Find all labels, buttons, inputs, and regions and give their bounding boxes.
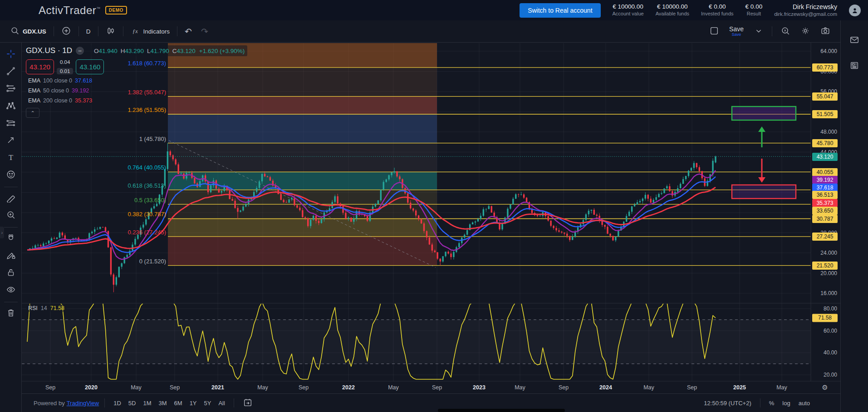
clock-label[interactable]: 12:50:59 (UTC+2) bbox=[701, 398, 754, 408]
percent-scale-button[interactable]: % bbox=[766, 398, 778, 408]
avatar[interactable] bbox=[849, 5, 861, 16]
target-box[interactable] bbox=[732, 107, 796, 120]
news-button[interactable] bbox=[847, 58, 862, 74]
activtrader-app: 1.618 (60.773)1.382 (55.047)1.236 (51.50… bbox=[0, 0, 868, 412]
settings-gear-icon bbox=[800, 26, 810, 37]
zoom-in-tool[interactable] bbox=[3, 208, 19, 224]
market-status-icon[interactable]: – bbox=[76, 47, 84, 55]
svg-text:2022: 2022 bbox=[342, 384, 355, 391]
undo-button[interactable]: ↶ bbox=[181, 25, 196, 38]
svg-text:May: May bbox=[776, 384, 787, 391]
news-icon bbox=[849, 60, 859, 72]
indicators-button[interactable]: ƒx Indicators bbox=[127, 24, 174, 39]
auto-scale-button[interactable]: auto bbox=[795, 398, 813, 408]
svg-text:May: May bbox=[257, 384, 268, 391]
svg-text:80.00: 80.00 bbox=[824, 305, 837, 312]
range-button-1d[interactable]: 1D bbox=[110, 398, 124, 408]
arrow-marker-tool[interactable] bbox=[3, 133, 19, 149]
crosshair-tool[interactable] bbox=[3, 47, 19, 63]
stop-box[interactable] bbox=[732, 185, 796, 199]
indicator-row-ema-50[interactable]: EMA50 close 039.192 bbox=[26, 87, 91, 94]
range-button-all[interactable]: All bbox=[215, 398, 228, 408]
flash-search-icon bbox=[780, 26, 790, 37]
save-menu-button[interactable] bbox=[750, 24, 767, 39]
hide-all-icon bbox=[6, 285, 16, 296]
rsi-settings-gear-icon[interactable]: ⚙ bbox=[822, 383, 828, 391]
indicators-label: Indicators bbox=[143, 28, 170, 35]
chart-style-button[interactable] bbox=[102, 24, 119, 39]
lock-all-icon bbox=[6, 267, 16, 279]
time-axis[interactable]: Sep2020MaySep2021MaySep2022MaySep2023May… bbox=[45, 384, 788, 391]
quick-search-button[interactable] bbox=[777, 24, 794, 39]
svg-text:May: May bbox=[388, 384, 399, 391]
sell-bid-button[interactable]: 43.120 bbox=[26, 59, 54, 74]
svg-text:2020: 2020 bbox=[85, 384, 98, 391]
range-button-6m[interactable]: 6M bbox=[171, 398, 186, 408]
range-button-1y[interactable]: 1Y bbox=[186, 398, 200, 408]
fib-retracement-tool[interactable] bbox=[3, 81, 19, 97]
svg-text:40.00: 40.00 bbox=[824, 349, 837, 356]
drawing-pencil-lock-tool[interactable] bbox=[3, 248, 19, 264]
range-button-5y[interactable]: 5Y bbox=[201, 398, 215, 408]
interval-button[interactable]: D bbox=[83, 26, 94, 37]
legend-symbol-title[interactable]: GDX.US · 1D bbox=[26, 46, 72, 55]
go-to-date-button[interactable] bbox=[240, 396, 256, 411]
snapshot-button[interactable] bbox=[817, 24, 834, 39]
tradingview-link[interactable]: TradingView bbox=[67, 400, 99, 407]
svg-text:0 (21.520): 0 (21.520) bbox=[139, 258, 166, 265]
hide-all-tool[interactable] bbox=[3, 282, 19, 299]
svg-text:Sep: Sep bbox=[170, 384, 180, 391]
bottom-scroll-pill[interactable] bbox=[438, 409, 565, 412]
indicator-row-ema-200[interactable]: EMA200 close 035.373 bbox=[26, 97, 94, 104]
trash-tool[interactable] bbox=[3, 305, 19, 322]
indicator-row-ema-100[interactable]: EMA100 close 037.618 bbox=[26, 77, 94, 84]
compare-add-button[interactable] bbox=[58, 24, 75, 39]
magnet-tool[interactable] bbox=[3, 231, 19, 247]
chart-legend: GDX.US · 1D – O41.940H43.290L41.790C43.1… bbox=[26, 45, 247, 118]
layout-button[interactable] bbox=[706, 24, 723, 39]
svg-text:May: May bbox=[131, 384, 142, 391]
svg-text:60.773: 60.773 bbox=[817, 64, 834, 71]
stat-value: € 10000.00 bbox=[657, 3, 688, 11]
mail-button[interactable] bbox=[847, 33, 862, 48]
text-tool-tool[interactable]: T bbox=[3, 150, 19, 166]
svg-text:0.5 (33.650): 0.5 (33.650) bbox=[134, 197, 166, 204]
trend-line-icon bbox=[6, 66, 16, 78]
svg-text:Sep: Sep bbox=[432, 384, 442, 391]
svg-text:2025: 2025 bbox=[733, 384, 746, 391]
save-button[interactable]: Save Save bbox=[726, 24, 747, 39]
svg-text:1 (45.780): 1 (45.780) bbox=[139, 136, 166, 142]
range-button-1m[interactable]: 1M bbox=[140, 398, 154, 408]
stat-label: Result bbox=[747, 11, 761, 17]
switch-to-real-account-button[interactable]: Switch to Real account bbox=[520, 3, 600, 18]
svg-text:30.787: 30.787 bbox=[817, 216, 834, 222]
user-block[interactable]: Dirk Friczewsky dirk.friczewsky@gmail.co… bbox=[774, 3, 837, 18]
price-axis[interactable]: 64.00060.00056.00048.00044.00028.00024.0… bbox=[812, 48, 838, 378]
xabcd-pattern-tool[interactable] bbox=[3, 98, 19, 115]
range-button-5d[interactable]: 5D bbox=[125, 398, 139, 408]
log-scale-button[interactable]: log bbox=[779, 398, 793, 408]
legend-collapse-button[interactable]: ⌃ bbox=[26, 108, 39, 118]
stat-value: € 0.00 bbox=[709, 3, 726, 11]
buy-ask-button[interactable]: 43.160 bbox=[76, 59, 104, 74]
fx-icon: ƒx bbox=[131, 26, 141, 37]
redo-button[interactable]: ↷ bbox=[197, 25, 212, 38]
svg-text:0.236 (27.245): 0.236 (27.245) bbox=[128, 229, 166, 236]
emoji-tool[interactable] bbox=[3, 167, 19, 184]
chevron-down-icon bbox=[754, 26, 764, 37]
candles-icon bbox=[106, 26, 116, 37]
symbol-search-button[interactable]: GDX.US bbox=[6, 24, 50, 39]
account-stat-0: € 10000.00Account value bbox=[613, 3, 644, 17]
up-arrow[interactable] bbox=[758, 126, 765, 147]
rsi-legend[interactable]: RSI 14 71.58 bbox=[26, 305, 67, 312]
chart-settings-button[interactable] bbox=[797, 24, 814, 39]
ruler-tool[interactable] bbox=[3, 190, 19, 207]
trend-line-tool[interactable] bbox=[3, 64, 19, 80]
svg-text:Sep: Sep bbox=[45, 384, 55, 391]
forecast-tool[interactable] bbox=[3, 116, 19, 132]
rsi-pane[interactable] bbox=[22, 302, 811, 379]
lock-all-tool[interactable] bbox=[3, 265, 19, 281]
sidebar-collapse-handle[interactable]: › bbox=[0, 227, 4, 238]
range-button-3m[interactable]: 3M bbox=[156, 398, 170, 408]
down-arrow[interactable] bbox=[758, 159, 765, 183]
